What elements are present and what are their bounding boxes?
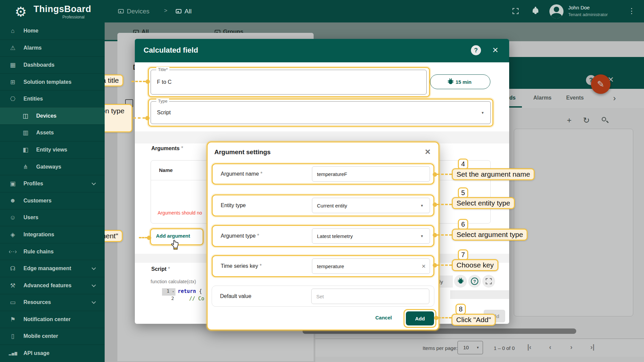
sidebar-item-api-usage[interactable]: ▂▅▇API usage (0, 345, 105, 362)
annotation-connector (437, 204, 452, 205)
sidebar-item-customers[interactable]: ☻Customers (0, 192, 105, 209)
type-select[interactable]: Type Script ▼ (151, 101, 491, 124)
device-icon (176, 9, 181, 13)
annotation-callout-4: Set the argument name (452, 168, 535, 180)
bug-icon (459, 279, 463, 284)
annotation-callout-8: Click "Add" (451, 314, 496, 326)
clear-icon[interactable]: × (422, 262, 426, 270)
arguments-heading: Arguments * (151, 145, 183, 152)
default-value-input[interactable]: Set (311, 289, 429, 304)
title-field[interactable]: Title* F to C (151, 70, 427, 95)
annotation-connector-dot (433, 202, 437, 207)
api-usage-icon: ▂▅▇ (9, 352, 17, 355)
profiles-icon: ▣ (9, 180, 17, 187)
sidebar-item-home[interactable]: ⌂Home (0, 22, 105, 40)
sidebar-item-dashboards[interactable]: ▦Dashboards (0, 56, 105, 73)
sidebar-item-gateways[interactable]: ⋔Gateways (0, 158, 105, 175)
annotation-connector (139, 237, 148, 238)
annotation-callout-7: Choose key (452, 259, 498, 271)
sidebar-item-entity-views[interactable]: ◧Entity views (0, 141, 105, 158)
fullscreen-icon[interactable] (513, 8, 519, 14)
kebab-menu-icon[interactable]: ⋮ (628, 7, 635, 15)
argument-add-button[interactable]: Add (406, 311, 434, 325)
annotation-connector (131, 81, 146, 82)
home-icon: ⌂ (9, 27, 17, 35)
resources-icon: ▭ (9, 299, 17, 306)
sidebar-item-advanced-features[interactable]: ⚒Advanced features (0, 277, 105, 294)
sidebar-item-profiles[interactable]: ▣Profiles (0, 175, 105, 192)
annotation-connector-dot (147, 236, 151, 240)
assets-icon: ▥ (21, 129, 30, 136)
chevron-down-icon (92, 283, 96, 287)
argument-settings-dialog: Argument settings × Argument name * temp… (207, 141, 439, 330)
mouse-cursor-icon (170, 239, 180, 250)
code-line-numbers: 1 ▾ 2 (162, 288, 175, 303)
help-icon[interactable]: ? (468, 275, 481, 288)
row-argument-name: Argument name * temperatureF (212, 163, 434, 185)
dashboards-icon: ▦ (9, 61, 17, 69)
add-argument-button[interactable]: Add argument (156, 233, 190, 239)
arguments-warning-text: Arguments should no (158, 210, 209, 216)
sidebar-item-mobile-center[interactable]: ▯Mobile center (0, 328, 105, 345)
code-fold-icon: ▾ (172, 290, 174, 293)
annotation-connector (437, 264, 452, 266)
annotation-connector-dot (433, 233, 437, 237)
notifications-bell-icon[interactable] (533, 8, 538, 13)
devices-icon: ◫ (21, 112, 30, 120)
argument-cancel-button[interactable]: Cancel (375, 315, 392, 320)
title-field-value: F to C (157, 79, 172, 85)
annotation-callout-5: Select entity type (452, 197, 515, 209)
chevron-down-icon (92, 181, 96, 185)
user-role: Tenant administrator (568, 12, 608, 17)
time-series-key-label: Time series key * (221, 263, 262, 269)
brand-subtitle: Professional (62, 15, 85, 19)
sidebar-item-entities[interactable]: ⎔Entities (0, 90, 105, 107)
script-editor-edge (450, 290, 509, 299)
users-icon: ☺ (9, 214, 17, 221)
sidebar-item-solution-templates[interactable]: ⊞Solution templates (0, 73, 105, 90)
chevron-down-icon (92, 266, 96, 270)
breadcrumb-devices[interactable]: Devices (118, 0, 150, 22)
sidebar-item-users[interactable]: ☺Users (0, 209, 105, 226)
chevron-down-icon: ▼ (420, 204, 424, 207)
sidebar-item-edge-management[interactable]: ☊Edge management (0, 260, 105, 277)
annotation-connector (437, 234, 452, 236)
entity-views-icon: ◧ (21, 146, 30, 154)
argument-name-input[interactable]: temperatureF (312, 166, 430, 182)
debug-icon[interactable] (454, 275, 467, 288)
entities-icon: ⎔ (9, 95, 17, 103)
argument-type-select[interactable]: Latest telemetry▼ (312, 228, 430, 244)
sidebar-item-devices[interactable]: ◫Devices (0, 107, 105, 124)
arguments-name-column: Name (159, 167, 173, 173)
argument-settings-title: Argument settings (214, 148, 271, 156)
close-icon[interactable]: × (492, 44, 498, 56)
sidebar-item-integrations[interactable]: ◈Integrations (0, 226, 105, 243)
dialog-title: Calculated field (144, 46, 198, 55)
sidebar-item-notification-center[interactable]: ⚑Notification center (0, 311, 105, 328)
annotation-connector-dot (145, 116, 150, 120)
dialog-header: Calculated field ? × (135, 39, 509, 62)
fullscreen-icon[interactable] (482, 275, 495, 288)
avatar[interactable] (549, 4, 564, 18)
sidebar-item-alarms[interactable]: ⚠Alarms (0, 40, 105, 57)
annotation-connector-dot (433, 263, 437, 267)
annotation-callout-6: Select argument type (452, 229, 528, 241)
time-series-key-input[interactable]: temperature× (312, 258, 430, 274)
sidebar-item-assets[interactable]: ▥Assets (0, 124, 105, 141)
code-editor[interactable]: return { // Co (178, 288, 204, 303)
gateways-icon: ⋔ (21, 163, 30, 171)
edge-management-icon: ☊ (9, 265, 17, 272)
help-icon[interactable]: ? (471, 45, 481, 55)
sidebar-nav: ⌂Home ⚠Alarms ▦Dashboards ⊞Solution temp… (0, 22, 105, 362)
close-icon[interactable]: × (425, 146, 430, 157)
customers-icon: ☻ (9, 197, 17, 204)
brand-name: ThingsBoard (34, 4, 91, 14)
chevron-down-icon: ▼ (420, 234, 424, 238)
sidebar-item-resources[interactable]: ▭Resources (0, 294, 105, 311)
sidebar-item-rule-chains[interactable]: ‹··›Rule chains (0, 243, 105, 260)
device-icon (118, 9, 124, 13)
debug-chip[interactable]: 15 min (430, 74, 490, 89)
breadcrumb-all[interactable]: All (176, 0, 192, 22)
rule-chains-icon: ‹··› (9, 248, 17, 255)
entity-type-select[interactable]: Current entity▼ (312, 198, 430, 213)
